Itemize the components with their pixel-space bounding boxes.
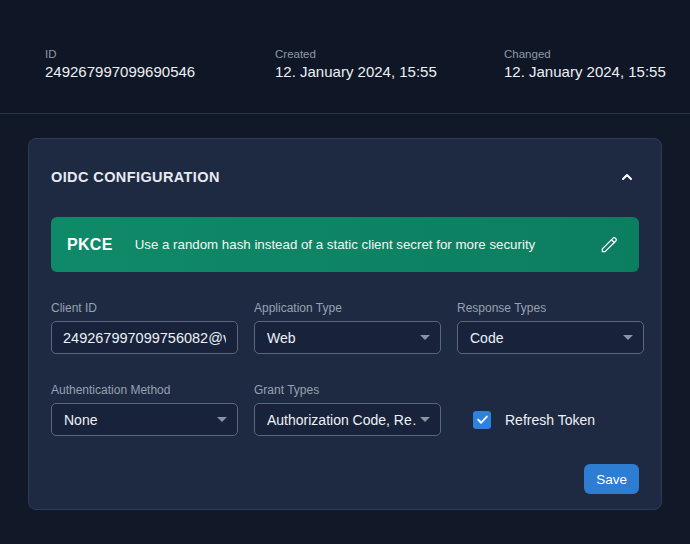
card-header: OIDC CONFIGURATION <box>51 165 639 189</box>
meta-id-value: 249267997099690546 <box>45 63 195 80</box>
pkce-description: Use a random hash instead of a static cl… <box>135 237 536 252</box>
authentication-method-select[interactable]: None <box>51 403 238 436</box>
authentication-method-value: None <box>64 412 213 428</box>
client-id-input[interactable] <box>51 321 238 354</box>
response-types-select[interactable]: Code <box>457 321 644 354</box>
application-type-value: Web <box>267 330 416 346</box>
authentication-method-label: Authentication Method <box>51 383 238 397</box>
collapse-button[interactable] <box>615 165 639 189</box>
client-id-label: Client ID <box>51 301 238 315</box>
card-title: OIDC CONFIGURATION <box>51 169 220 185</box>
meta-id: ID 249267997099690546 <box>45 48 195 80</box>
form-row-1: Client ID Application Type Web Response … <box>51 301 639 354</box>
refresh-token-label: Refresh Token <box>505 412 595 428</box>
meta-changed-value: 12. January 2024, 15:55 <box>504 63 666 80</box>
grant-types-value: Authorization Code, Re… <box>267 412 416 428</box>
application-type-label: Application Type <box>254 301 441 315</box>
grant-types-field-group: Grant Types Authorization Code, Re… <box>254 383 441 436</box>
meta-created: Created 12. January 2024, 15:55 <box>275 48 437 80</box>
dropdown-arrow-icon <box>623 335 633 340</box>
form-row-2: Authentication Method None Grant Types A… <box>51 383 639 436</box>
app-meta-header: ID 249267997099690546 Created 12. Januar… <box>0 0 690 114</box>
card-actions: Save <box>51 464 639 494</box>
authentication-method-field-group: Authentication Method None <box>51 383 238 436</box>
client-id-field-group: Client ID <box>51 301 238 354</box>
save-button[interactable]: Save <box>584 464 639 494</box>
dropdown-arrow-icon <box>420 335 430 340</box>
grant-types-label: Grant Types <box>254 383 441 397</box>
response-types-label: Response Types <box>457 301 644 315</box>
application-type-field-group: Application Type Web <box>254 301 441 354</box>
meta-created-value: 12. January 2024, 15:55 <box>275 63 437 80</box>
application-type-select[interactable]: Web <box>254 321 441 354</box>
pkce-banner: PKCE Use a random hash instead of a stat… <box>51 217 639 272</box>
oidc-configuration-card: OIDC CONFIGURATION PKCE Use a random has… <box>28 138 662 510</box>
refresh-token-field-group: Refresh Token <box>457 383 595 436</box>
dropdown-arrow-icon <box>217 417 227 422</box>
dropdown-arrow-icon <box>420 417 430 422</box>
meta-id-label: ID <box>45 48 195 60</box>
pencil-icon <box>600 235 619 254</box>
meta-changed-label: Changed <box>504 48 666 60</box>
refresh-token-checkbox[interactable] <box>473 411 491 429</box>
meta-created-label: Created <box>275 48 437 60</box>
response-types-field-group: Response Types Code <box>457 301 644 354</box>
edit-pkce-button[interactable] <box>595 231 623 259</box>
meta-changed: Changed 12. January 2024, 15:55 <box>504 48 666 80</box>
response-types-value: Code <box>470 330 619 346</box>
pkce-badge: PKCE <box>67 236 113 254</box>
check-icon <box>476 413 489 426</box>
chevron-up-icon <box>619 169 635 185</box>
grant-types-select[interactable]: Authorization Code, Re… <box>254 403 441 436</box>
